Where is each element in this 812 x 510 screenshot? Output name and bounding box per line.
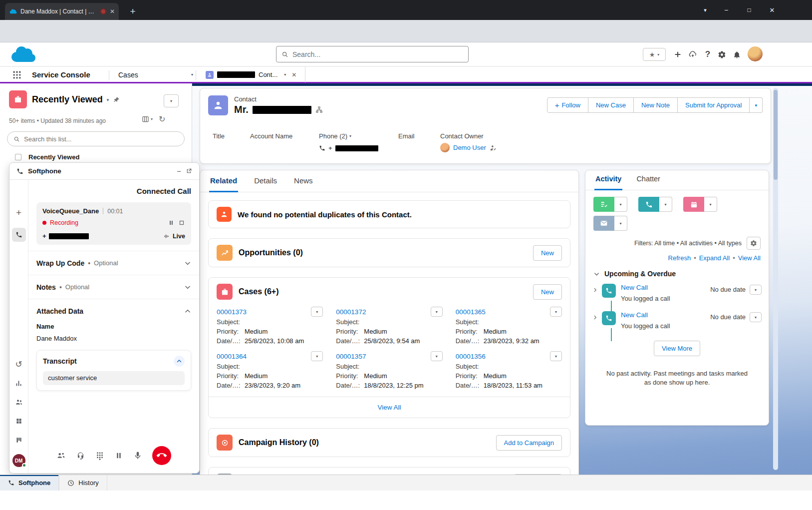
case-number-link[interactable]: 00001356 bbox=[456, 353, 486, 360]
agent-avatar[interactable]: DM bbox=[12, 454, 25, 467]
chevron-down-icon[interactable] bbox=[184, 284, 191, 291]
cases-view-all-link[interactable]: View All bbox=[377, 404, 401, 411]
notes-accordion[interactable]: Notes • Optional bbox=[28, 275, 199, 299]
activity-filter-gear-icon[interactable] bbox=[747, 237, 761, 250]
window-minimize-button[interactable]: − bbox=[715, 0, 738, 20]
pin-icon[interactable] bbox=[113, 96, 120, 103]
contacts-icon[interactable] bbox=[12, 395, 26, 409]
more-actions-dropdown[interactable]: ▾ bbox=[750, 97, 763, 113]
browser-tab[interactable]: Dane Maddox | Contact | Sal ✕ bbox=[5, 3, 119, 20]
notes-icon[interactable] bbox=[12, 433, 26, 447]
case-actions-dropdown[interactable]: ▾ bbox=[311, 307, 323, 317]
favorites-button[interactable]: ★ ▾ bbox=[643, 48, 666, 61]
tab-search-chevron-icon[interactable]: ▾ bbox=[698, 0, 713, 20]
close-tab-icon[interactable]: ✕ bbox=[291, 71, 296, 78]
hold-icon[interactable] bbox=[114, 451, 123, 460]
phone-tab-icon[interactable] bbox=[12, 228, 26, 242]
wrap-up-code-accordion[interactable]: Wrap Up Code • Optional bbox=[28, 251, 199, 275]
popout-icon[interactable] bbox=[186, 168, 192, 174]
submit-for-approval-button[interactable]: Submit for Approval bbox=[678, 97, 750, 113]
chevron-down-icon[interactable] bbox=[184, 260, 191, 267]
new-case-related-button[interactable]: New bbox=[533, 284, 562, 300]
new-event-icon[interactable] bbox=[683, 197, 704, 212]
list-search-input[interactable] bbox=[24, 135, 178, 143]
email-icon[interactable] bbox=[593, 216, 614, 231]
global-actions-icon[interactable] bbox=[671, 47, 685, 61]
recents-icon[interactable]: ↺ bbox=[12, 357, 26, 371]
add-to-campaign-button[interactable]: Add to Campaign bbox=[496, 435, 562, 451]
workspace-tab-contact[interactable]: Cont... ▾ ✕ bbox=[202, 67, 305, 82]
conference-icon[interactable] bbox=[56, 451, 66, 461]
add-icon[interactable]: + bbox=[12, 206, 26, 220]
agent-headset-icon[interactable] bbox=[76, 451, 85, 461]
minimize-icon[interactable]: − bbox=[177, 167, 181, 175]
call-dropdown-icon[interactable]: ▾ bbox=[659, 197, 672, 212]
global-search[interactable] bbox=[276, 46, 469, 62]
expand-chevron-icon[interactable] bbox=[592, 287, 598, 293]
phone-value[interactable]: + bbox=[319, 144, 378, 152]
tab-related[interactable]: Related bbox=[209, 176, 238, 192]
refresh-link[interactable]: Refresh bbox=[668, 254, 691, 262]
display-settings-icon[interactable]: ▾ bbox=[142, 115, 153, 123]
case-number-link[interactable]: 00001357 bbox=[336, 353, 366, 360]
refresh-icon[interactable]: ↻ bbox=[159, 114, 165, 124]
new-case-button[interactable]: New Case bbox=[588, 97, 634, 113]
case-actions-dropdown[interactable]: ▾ bbox=[311, 351, 323, 361]
row-checkbox[interactable] bbox=[15, 154, 21, 160]
stop-recording-icon[interactable] bbox=[178, 219, 185, 226]
case-actions-dropdown[interactable]: ▾ bbox=[550, 351, 562, 361]
new-note-button[interactable]: New Note bbox=[634, 97, 678, 113]
upload-cloud-icon[interactable] bbox=[686, 47, 700, 61]
utility-history[interactable]: History bbox=[59, 475, 107, 491]
notifications-bell-icon[interactable] bbox=[730, 47, 744, 61]
pause-recording-icon[interactable] bbox=[168, 219, 175, 226]
apps-grid-icon[interactable] bbox=[12, 414, 26, 428]
new-task-icon[interactable] bbox=[593, 197, 614, 212]
chevron-down-icon[interactable]: ▾ bbox=[284, 72, 286, 77]
analytics-icon[interactable] bbox=[12, 376, 26, 390]
email-dropdown-icon[interactable]: ▾ bbox=[614, 216, 627, 231]
list-view-header[interactable]: Recently Viewed ▾ bbox=[32, 94, 120, 105]
tab-close-icon[interactable]: ✕ bbox=[110, 8, 115, 15]
activity-actions-dropdown[interactable]: ▾ bbox=[750, 312, 762, 322]
tab-activity[interactable]: Activity bbox=[594, 175, 622, 190]
utility-softphone[interactable]: Softphone bbox=[0, 475, 59, 491]
list-view-controls-dropdown[interactable]: ▾ bbox=[164, 94, 179, 107]
global-search-input[interactable] bbox=[292, 50, 463, 58]
new-tab-button[interactable]: + bbox=[126, 4, 140, 18]
case-actions-dropdown[interactable]: ▾ bbox=[550, 307, 562, 317]
expand-chevron-icon[interactable] bbox=[592, 315, 598, 320]
activity-title-link[interactable]: New Call bbox=[621, 284, 648, 291]
case-number-link[interactable]: 00001364 bbox=[217, 353, 247, 360]
chevron-up-icon[interactable] bbox=[184, 308, 191, 315]
case-actions-dropdown[interactable]: ▾ bbox=[431, 307, 443, 317]
user-avatar[interactable] bbox=[748, 46, 763, 61]
tab-news[interactable]: News bbox=[293, 176, 314, 192]
log-call-icon[interactable] bbox=[638, 197, 659, 212]
window-close-button[interactable]: ✕ bbox=[761, 0, 784, 20]
view-more-button[interactable]: View More bbox=[654, 341, 700, 356]
case-number-link[interactable]: 00001372 bbox=[336, 308, 366, 316]
tab-chatter[interactable]: Chatter bbox=[635, 175, 661, 190]
mute-mic-icon[interactable] bbox=[133, 451, 142, 460]
tab-details[interactable]: Details bbox=[253, 176, 278, 192]
record-scrollbar[interactable] bbox=[773, 88, 778, 470]
chevron-down-icon[interactable]: ▾ bbox=[107, 97, 109, 102]
activity-actions-dropdown[interactable]: ▾ bbox=[750, 285, 762, 295]
case-number-link[interactable]: 00001365 bbox=[456, 308, 486, 316]
app-launcher-waffle-icon[interactable] bbox=[12, 67, 22, 82]
phone-dropdown-icon[interactable]: ▾ bbox=[349, 134, 351, 138]
activity-title-link[interactable]: New Call bbox=[621, 311, 648, 319]
setup-gear-icon[interactable] bbox=[715, 47, 729, 61]
case-number-link[interactable]: 00001373 bbox=[217, 308, 247, 316]
list-search[interactable] bbox=[7, 131, 185, 146]
chevron-down-icon[interactable]: ▾ bbox=[191, 72, 193, 77]
view-all-link[interactable]: View All bbox=[738, 254, 761, 262]
window-maximize-button[interactable]: □ bbox=[738, 0, 761, 20]
nav-tab-cases[interactable]: Cases ▾ bbox=[118, 67, 193, 82]
hierarchy-icon[interactable] bbox=[315, 106, 323, 113]
follow-button[interactable]: + Follow bbox=[547, 97, 588, 113]
expand-all-link[interactable]: Expand All bbox=[699, 254, 730, 262]
section-chevron-icon[interactable] bbox=[593, 271, 600, 277]
event-dropdown-icon[interactable]: ▾ bbox=[704, 197, 717, 212]
